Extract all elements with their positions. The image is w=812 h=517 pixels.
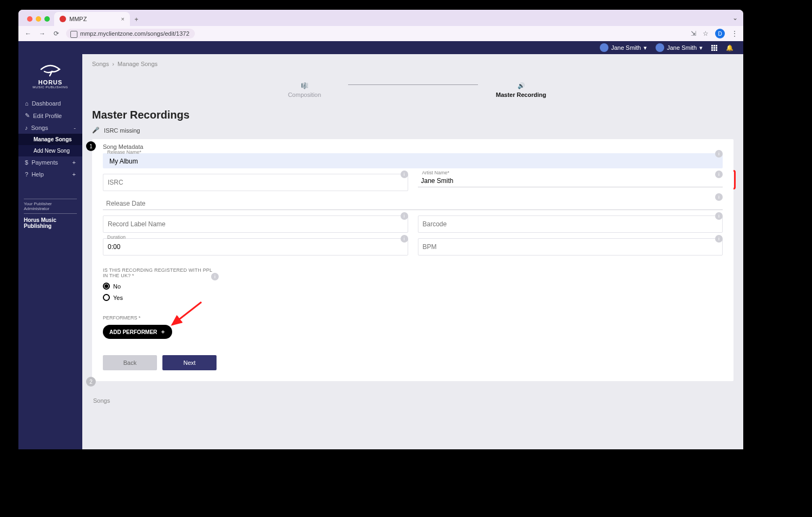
url-text: mmpz.myclientzone.com/songs/edit/1372 — [80, 30, 189, 37]
record-label-input[interactable] — [103, 215, 408, 233]
currency-icon: $ — [25, 159, 28, 166]
help-icon: ? — [25, 171, 28, 178]
user-edit-icon: ✎ — [25, 112, 30, 119]
app-userbar: Jane Smith ▾ Jane Smith ▾ 🔔 — [18, 41, 743, 54]
info-icon[interactable]: i — [401, 212, 408, 220]
bpm-input[interactable] — [418, 238, 723, 256]
user-switcher-1[interactable]: Jane Smith ▾ — [600, 43, 647, 52]
user-name: Jane Smith — [667, 44, 697, 51]
sidebar-item-help[interactable]: ?Help+ — [18, 168, 82, 180]
info-icon[interactable]: i — [715, 150, 723, 158]
sidebar-item-edit-profile[interactable]: ✎Edit Profile — [18, 109, 82, 122]
kebab-menu-icon[interactable]: ⋮ — [731, 30, 738, 37]
info-icon[interactable]: i — [715, 212, 723, 220]
publisher-name: Horus Music Publishing — [24, 217, 77, 229]
minimize-window-icon[interactable] — [36, 16, 41, 22]
user-avatar-icon — [656, 43, 664, 52]
browser-tab[interactable]: MMPZ × — [54, 12, 130, 26]
main-content: Songs › Manage Songs 🎼 Composition 🔊 Mas… — [82, 54, 743, 449]
browser-tab-strip: MMPZ × + ⌄ — [18, 10, 743, 26]
crumb-songs[interactable]: Songs — [92, 61, 109, 67]
stepper-line — [348, 84, 478, 85]
next-button[interactable]: Next — [162, 355, 217, 370]
info-icon[interactable]: i — [715, 171, 723, 178]
ppl-radio-no[interactable]: No — [103, 283, 723, 290]
caret-down-icon: ▾ — [699, 44, 703, 51]
crumb-manage-songs[interactable]: Manage Songs — [117, 61, 158, 67]
user-avatar-icon — [600, 43, 608, 52]
sidebar-item-dashboard[interactable]: ⌂Dashboard — [18, 97, 82, 109]
info-icon[interactable]: i — [715, 193, 723, 201]
radio-icon — [103, 294, 110, 301]
step-composition[interactable]: 🎼 Composition — [261, 82, 348, 98]
home-icon: ⌂ — [25, 100, 29, 107]
nav-reload-icon[interactable]: ⟳ — [52, 30, 61, 37]
collapse-icon: - — [74, 125, 76, 131]
field-label: Duration — [107, 234, 126, 240]
sidebar-nav: ⌂Dashboard ✎Edit Profile ♪Songs- Manage … — [18, 97, 82, 180]
step-master-recording[interactable]: 🔊 Master Recording — [478, 82, 565, 98]
user-switcher-2[interactable]: Jane Smith ▾ — [656, 43, 703, 52]
isrc-input[interactable] — [103, 174, 408, 191]
music-note-icon: ♪ — [25, 125, 28, 131]
artist-name-input[interactable] — [418, 174, 723, 187]
info-icon[interactable]: i — [401, 171, 408, 178]
ppl-radio-yes[interactable]: Yes — [103, 294, 723, 301]
horus-eye-icon — [39, 62, 62, 77]
wizard-stepper: 🎼 Composition 🔊 Master Recording — [82, 82, 743, 98]
user-name: Jane Smith — [611, 44, 641, 51]
info-icon[interactable]: i — [715, 235, 723, 243]
address-bar[interactable]: mmpz.myclientzone.com/songs/edit/1372 — [66, 29, 195, 38]
new-tab-button[interactable]: + — [130, 13, 143, 26]
sidebar-subitem-manage-songs[interactable]: Manage Songs — [18, 134, 82, 145]
brand-logo[interactable]: HORUS MUSIC PUBLISHING — [18, 54, 82, 91]
notifications-bell-icon[interactable]: 🔔 — [726, 44, 734, 51]
sidebar-subitem-add-song[interactable]: Add New Song — [18, 145, 82, 156]
add-performer-button[interactable]: ADD PERFORMER ＋ — [103, 325, 172, 339]
maximize-window-icon[interactable] — [44, 16, 50, 22]
window-controls — [23, 16, 54, 26]
info-icon[interactable]: i — [211, 273, 219, 280]
browser-window: MMPZ × + ⌄ ← → ⟳ mmpz.myclientzone.com/s… — [18, 10, 743, 449]
tab-close-icon[interactable]: × — [121, 16, 125, 22]
duration-input[interactable] — [103, 238, 408, 256]
favicon-icon — [60, 16, 66, 22]
release-name-field[interactable]: Release Name i — [103, 153, 723, 168]
back-button: Back — [103, 355, 157, 370]
release-name-input[interactable] — [106, 154, 719, 167]
step-badge-2: 2 — [86, 377, 96, 387]
microphone-icon: 🎤 — [92, 127, 100, 134]
close-window-icon[interactable] — [27, 16, 32, 22]
sidebar-item-songs[interactable]: ♪Songs- — [18, 122, 82, 134]
svg-line-0 — [172, 302, 201, 325]
section-label: Song Metadata — [92, 139, 734, 151]
nav-forward-icon: → — [38, 30, 47, 37]
barcode-input[interactable] — [418, 215, 723, 233]
composition-icon: 🎼 — [301, 82, 309, 89]
isrc-warning: 🎤 ISRC missing — [82, 125, 743, 139]
field-label: Artist Name — [422, 170, 450, 175]
tab-overflow-icon[interactable]: ⌄ — [732, 14, 738, 22]
songs-section-header[interactable]: Songs — [82, 392, 743, 404]
info-icon[interactable]: i — [401, 235, 408, 243]
caret-down-icon: ▾ — [644, 44, 647, 51]
breadcrumb: Songs › Manage Songs — [82, 54, 743, 67]
install-app-icon[interactable]: ⇲ — [691, 30, 696, 37]
step-badge-1: 1 — [86, 141, 96, 151]
radio-icon — [103, 283, 110, 290]
brand-name: HORUS — [18, 79, 82, 86]
brand-subtitle: MUSIC PUBLISHING — [18, 86, 82, 89]
profile-avatar[interactable]: D — [715, 29, 725, 38]
performers-label: PERFORMERS * — [103, 315, 723, 320]
admin-label: Your Publisher Administrator — [24, 201, 77, 211]
bookmark-star-icon[interactable]: ☆ — [703, 30, 709, 37]
apps-grid-icon[interactable] — [711, 45, 717, 51]
app-root: Jane Smith ▾ Jane Smith ▾ 🔔 HORUS MUSIC … — [18, 41, 743, 449]
release-date-input[interactable] — [103, 197, 723, 210]
sidebar-item-payments[interactable]: $Payments+ — [18, 156, 82, 168]
tab-title: MMPZ — [69, 16, 87, 22]
plus-icon: ＋ — [160, 328, 166, 336]
speaker-icon: 🔊 — [518, 82, 525, 89]
nav-back-icon[interactable]: ← — [24, 30, 32, 37]
sidebar: HORUS MUSIC PUBLISHING ⌂Dashboard ✎Edit … — [18, 54, 82, 449]
